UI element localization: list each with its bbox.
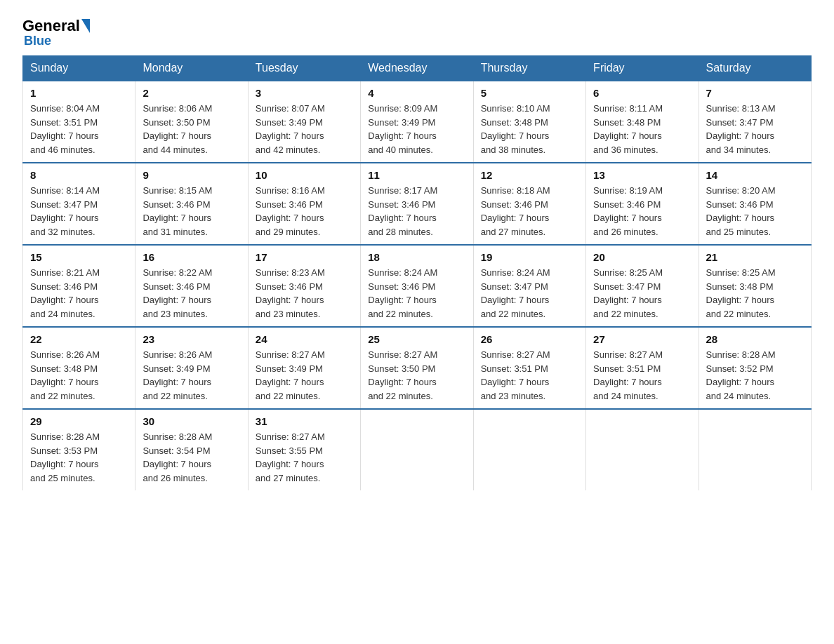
day-number: 26 — [481, 333, 578, 345]
day-info: Sunrise: 8:19 AM Sunset: 3:46 PM Dayligh… — [593, 184, 691, 239]
day-info: Sunrise: 8:10 AM Sunset: 3:48 PM Dayligh… — [481, 102, 578, 156]
calendar-cell: 29 Sunrise: 8:28 AM Sunset: 3:53 PM Dayl… — [23, 409, 135, 490]
day-number: 21 — [706, 251, 804, 263]
day-info: Sunrise: 8:04 AM Sunset: 3:51 PM Dayligh… — [30, 102, 128, 156]
calendar-cell: 2 Sunrise: 8:06 AM Sunset: 3:50 PM Dayli… — [135, 81, 248, 163]
day-number: 30 — [143, 415, 240, 427]
calendar-cell: 27 Sunrise: 8:27 AM Sunset: 3:51 PM Dayl… — [586, 327, 699, 409]
calendar-week-row: 1 Sunrise: 8:04 AM Sunset: 3:51 PM Dayli… — [23, 81, 812, 163]
calendar-table: SundayMondayTuesdayWednesdayThursdayFrid… — [22, 55, 812, 490]
calendar-cell: 15 Sunrise: 8:21 AM Sunset: 3:46 PM Dayl… — [23, 245, 135, 327]
day-number: 7 — [706, 87, 804, 99]
logo-blue: Blue — [24, 34, 51, 48]
calendar-header-friday: Friday — [586, 56, 699, 81]
day-info: Sunrise: 8:24 AM Sunset: 3:46 PM Dayligh… — [368, 266, 465, 321]
day-number: 25 — [368, 333, 465, 345]
day-number: 11 — [368, 169, 465, 181]
day-number: 3 — [256, 87, 353, 99]
day-number: 20 — [593, 251, 691, 263]
calendar-cell — [361, 409, 473, 490]
day-number: 24 — [256, 333, 353, 345]
calendar-cell: 1 Sunrise: 8:04 AM Sunset: 3:51 PM Dayli… — [23, 81, 135, 163]
day-info: Sunrise: 8:25 AM Sunset: 3:47 PM Dayligh… — [593, 266, 691, 321]
day-number: 10 — [256, 169, 353, 181]
day-number: 23 — [143, 333, 240, 345]
calendar-cell: 30 Sunrise: 8:28 AM Sunset: 3:54 PM Dayl… — [135, 409, 248, 490]
logo-triangle-icon — [81, 19, 90, 33]
day-number: 5 — [481, 87, 578, 99]
day-info: Sunrise: 8:27 AM Sunset: 3:51 PM Dayligh… — [481, 348, 578, 403]
day-number: 6 — [593, 87, 691, 99]
day-info: Sunrise: 8:25 AM Sunset: 3:48 PM Dayligh… — [706, 266, 804, 321]
logo-text: General — [22, 17, 90, 35]
day-info: Sunrise: 8:15 AM Sunset: 3:46 PM Dayligh… — [143, 184, 240, 239]
calendar-cell: 22 Sunrise: 8:26 AM Sunset: 3:48 PM Dayl… — [23, 327, 135, 409]
day-number: 12 — [481, 169, 578, 181]
calendar-cell: 12 Sunrise: 8:18 AM Sunset: 3:46 PM Dayl… — [473, 163, 585, 245]
day-info: Sunrise: 8:23 AM Sunset: 3:46 PM Dayligh… — [256, 266, 353, 321]
logo-general: General — [22, 17, 80, 35]
calendar-header-wednesday: Wednesday — [361, 56, 473, 81]
day-info: Sunrise: 8:09 AM Sunset: 3:49 PM Dayligh… — [368, 102, 465, 156]
day-info: Sunrise: 8:27 AM Sunset: 3:55 PM Dayligh… — [256, 430, 353, 485]
calendar-cell: 20 Sunrise: 8:25 AM Sunset: 3:47 PM Dayl… — [586, 245, 699, 327]
day-number: 16 — [143, 251, 240, 263]
calendar-week-row: 29 Sunrise: 8:28 AM Sunset: 3:53 PM Dayl… — [23, 409, 812, 490]
calendar-week-row: 8 Sunrise: 8:14 AM Sunset: 3:47 PM Dayli… — [23, 163, 812, 245]
calendar-cell: 23 Sunrise: 8:26 AM Sunset: 3:49 PM Dayl… — [135, 327, 248, 409]
calendar-cell: 28 Sunrise: 8:28 AM Sunset: 3:52 PM Dayl… — [699, 327, 811, 409]
calendar-cell: 14 Sunrise: 8:20 AM Sunset: 3:46 PM Dayl… — [699, 163, 811, 245]
day-info: Sunrise: 8:06 AM Sunset: 3:50 PM Dayligh… — [143, 102, 240, 156]
day-info: Sunrise: 8:27 AM Sunset: 3:51 PM Dayligh… — [593, 348, 691, 403]
calendar-cell: 10 Sunrise: 8:16 AM Sunset: 3:46 PM Dayl… — [248, 163, 360, 245]
calendar-cell: 4 Sunrise: 8:09 AM Sunset: 3:49 PM Dayli… — [361, 81, 473, 163]
day-info: Sunrise: 8:27 AM Sunset: 3:49 PM Dayligh… — [256, 348, 353, 403]
day-number: 4 — [368, 87, 465, 99]
page-header: General Blue — [22, 17, 812, 48]
day-number: 8 — [30, 169, 128, 181]
day-number: 2 — [143, 87, 240, 99]
calendar-cell: 11 Sunrise: 8:17 AM Sunset: 3:46 PM Dayl… — [361, 163, 473, 245]
calendar-header-monday: Monday — [135, 56, 248, 81]
calendar-cell: 6 Sunrise: 8:11 AM Sunset: 3:48 PM Dayli… — [586, 81, 699, 163]
calendar-cell: 9 Sunrise: 8:15 AM Sunset: 3:46 PM Dayli… — [135, 163, 248, 245]
calendar-cell: 16 Sunrise: 8:22 AM Sunset: 3:46 PM Dayl… — [135, 245, 248, 327]
day-info: Sunrise: 8:27 AM Sunset: 3:50 PM Dayligh… — [368, 348, 465, 403]
day-info: Sunrise: 8:28 AM Sunset: 3:54 PM Dayligh… — [143, 430, 240, 485]
day-number: 19 — [481, 251, 578, 263]
day-info: Sunrise: 8:11 AM Sunset: 3:48 PM Dayligh… — [593, 102, 691, 156]
calendar-cell: 24 Sunrise: 8:27 AM Sunset: 3:49 PM Dayl… — [248, 327, 360, 409]
calendar-week-row: 22 Sunrise: 8:26 AM Sunset: 3:48 PM Dayl… — [23, 327, 812, 409]
calendar-cell: 3 Sunrise: 8:07 AM Sunset: 3:49 PM Dayli… — [248, 81, 360, 163]
calendar-cell: 21 Sunrise: 8:25 AM Sunset: 3:48 PM Dayl… — [699, 245, 811, 327]
day-number: 18 — [368, 251, 465, 263]
logo: General Blue — [22, 17, 90, 48]
day-number: 27 — [593, 333, 691, 345]
calendar-header-row: SundayMondayTuesdayWednesdayThursdayFrid… — [23, 56, 812, 81]
day-number: 14 — [706, 169, 804, 181]
day-number: 31 — [256, 415, 353, 427]
calendar-cell: 17 Sunrise: 8:23 AM Sunset: 3:46 PM Dayl… — [248, 245, 360, 327]
day-info: Sunrise: 8:16 AM Sunset: 3:46 PM Dayligh… — [256, 184, 353, 239]
calendar-cell: 25 Sunrise: 8:27 AM Sunset: 3:50 PM Dayl… — [361, 327, 473, 409]
calendar-cell: 19 Sunrise: 8:24 AM Sunset: 3:47 PM Dayl… — [473, 245, 585, 327]
day-info: Sunrise: 8:07 AM Sunset: 3:49 PM Dayligh… — [256, 102, 353, 156]
calendar-cell: 8 Sunrise: 8:14 AM Sunset: 3:47 PM Dayli… — [23, 163, 135, 245]
day-info: Sunrise: 8:20 AM Sunset: 3:46 PM Dayligh… — [706, 184, 804, 239]
day-info: Sunrise: 8:22 AM Sunset: 3:46 PM Dayligh… — [143, 266, 240, 321]
calendar-cell — [699, 409, 811, 490]
day-number: 13 — [593, 169, 691, 181]
calendar-header-sunday: Sunday — [23, 56, 135, 81]
day-number: 1 — [30, 87, 128, 99]
calendar-header-saturday: Saturday — [699, 56, 811, 81]
calendar-week-row: 15 Sunrise: 8:21 AM Sunset: 3:46 PM Dayl… — [23, 245, 812, 327]
calendar-header-tuesday: Tuesday — [248, 56, 360, 81]
day-info: Sunrise: 8:18 AM Sunset: 3:46 PM Dayligh… — [481, 184, 578, 239]
day-number: 15 — [30, 251, 128, 263]
calendar-cell: 26 Sunrise: 8:27 AM Sunset: 3:51 PM Dayl… — [473, 327, 585, 409]
calendar-cell: 18 Sunrise: 8:24 AM Sunset: 3:46 PM Dayl… — [361, 245, 473, 327]
day-number: 28 — [706, 333, 804, 345]
day-info: Sunrise: 8:26 AM Sunset: 3:48 PM Dayligh… — [30, 348, 128, 403]
calendar-cell: 7 Sunrise: 8:13 AM Sunset: 3:47 PM Dayli… — [699, 81, 811, 163]
day-info: Sunrise: 8:13 AM Sunset: 3:47 PM Dayligh… — [706, 102, 804, 156]
